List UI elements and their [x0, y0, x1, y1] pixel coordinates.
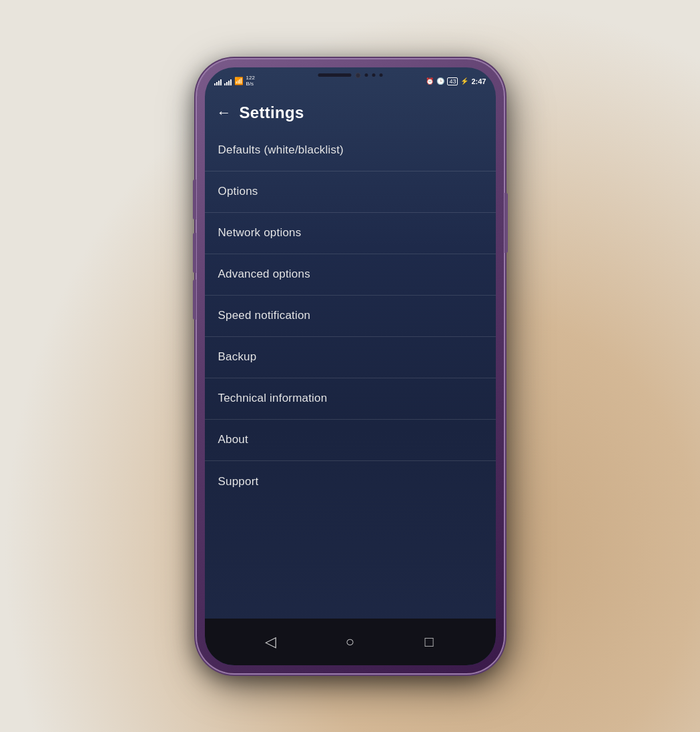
signal-strength-2-icon: [224, 77, 232, 85]
alarm-icon: ⏰: [426, 77, 434, 85]
status-right: ⏰ 🕒 43 ⚡ 2:47: [426, 77, 486, 85]
menu-item-backup[interactable]: Backup: [205, 337, 496, 378]
speaker-icon: [318, 73, 351, 77]
sensor-2-icon: [372, 73, 375, 77]
status-bar: 📶 122 B/s ⏰ 🕒 43 ⚡ 2:47: [205, 67, 496, 93]
status-time: 2:47: [471, 77, 486, 85]
menu-item-network-options[interactable]: Network options: [205, 213, 496, 254]
menu-item-defaults[interactable]: Defaults (white/blacklist): [205, 130, 496, 171]
page-title: Settings: [240, 103, 304, 122]
settings-menu-list: Defaults (white/blacklist) Options Netwo…: [205, 130, 496, 619]
menu-item-technical-information[interactable]: Technical information: [205, 378, 496, 420]
nav-back-button[interactable]: ◁: [258, 629, 284, 655]
app-header: ← Settings: [205, 93, 496, 130]
front-camera-icon: [355, 73, 360, 78]
sensor-icon: [364, 73, 368, 77]
signal-strength-1-icon: [214, 77, 222, 85]
battery-level: 43: [447, 77, 458, 85]
menu-item-support[interactable]: Support: [205, 461, 496, 502]
notch-area: [318, 67, 382, 78]
nav-bar: ◁ ○ □: [205, 619, 496, 665]
nav-recents-button[interactable]: □: [416, 629, 442, 655]
network-speed: 122 B/s: [246, 75, 255, 87]
menu-item-options[interactable]: Options: [205, 171, 496, 213]
phone-screen: 📶 122 B/s ⏰ 🕒 43 ⚡ 2:47: [205, 67, 496, 665]
menu-item-advanced-options[interactable]: Advanced options: [205, 254, 496, 296]
charge-icon: ⚡: [460, 77, 468, 85]
app-content: ← Settings Defaults (white/blacklist) Op…: [205, 93, 496, 619]
status-left: 📶 122 B/s: [214, 75, 255, 87]
back-button[interactable]: ←: [217, 105, 232, 120]
phone-device: 📶 122 B/s ⏰ 🕒 43 ⚡ 2:47: [197, 59, 504, 673]
menu-item-about[interactable]: About: [205, 420, 496, 461]
clock-icon: 🕒: [436, 77, 444, 85]
sensor-3-icon: [379, 73, 382, 77]
nav-home-button[interactable]: ○: [336, 629, 363, 655]
wifi-icon: 📶: [234, 77, 244, 85]
menu-item-speed-notification[interactable]: Speed notification: [205, 296, 496, 337]
